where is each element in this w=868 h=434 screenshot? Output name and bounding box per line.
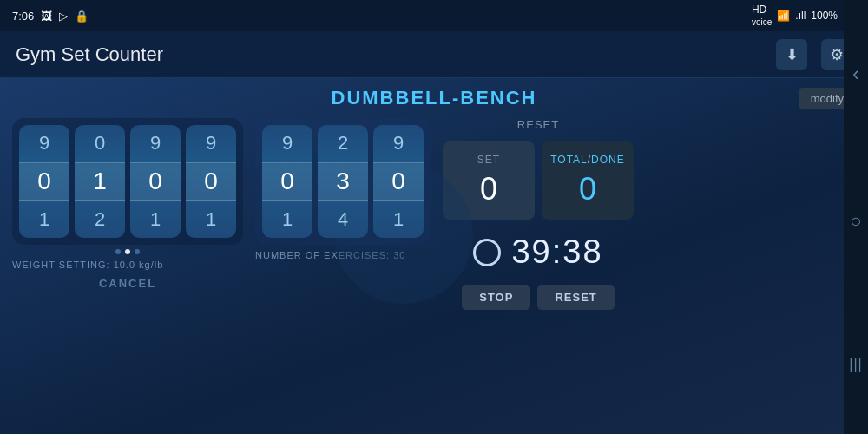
set-label: SET	[477, 154, 500, 166]
e1-mid: 0	[280, 169, 294, 194]
w4-top: 9	[206, 134, 216, 153]
wifi-icon: 📶	[777, 10, 790, 22]
timer-buttons: STOP RESET	[443, 285, 634, 310]
gallery-icon: 🖼	[41, 10, 52, 23]
set-counter-box: SET 0	[443, 141, 535, 220]
status-bar: 7:06 🖼 ▷ 🔒 HDvoice 📶 .ıll 100% 🔋	[0, 0, 868, 31]
battery-text: 100%	[811, 10, 838, 22]
status-right: HDvoice 📶 .ıll 100% 🔋	[752, 3, 856, 28]
weight-col-3[interactable]: 9 0 1	[130, 125, 181, 238]
e2-bot: 4	[338, 210, 348, 229]
main-content: DUMBBELL-BENCH modify 9 0 1 0 1 2 9 0	[0, 78, 868, 434]
timer-circle-icon	[473, 239, 501, 266]
total-counter-box: TOTAL/DONE 0	[542, 141, 634, 220]
home-button[interactable]: ○	[850, 210, 861, 233]
w4-bot: 1	[206, 210, 216, 229]
side-nav: ‹ ○ |||	[844, 0, 868, 434]
e2-top: 2	[338, 134, 348, 153]
lock-icon: 🔒	[75, 10, 89, 23]
weight-col-1[interactable]: 9 0 1	[19, 125, 69, 238]
w2-bot: 2	[95, 210, 105, 229]
e3-top: 9	[393, 134, 404, 153]
timer-display: 39:38	[511, 233, 602, 271]
weight-picker-container[interactable]: 9 0 1 0 1 2 9 0 1 9 0 1	[12, 118, 243, 245]
ex-col-1[interactable]: 9 0 1	[262, 125, 312, 238]
right-panel: RESET SET 0 TOTAL/DONE 0 39:38 STOP RESE…	[443, 118, 634, 310]
back-button[interactable]: ‹	[852, 62, 859, 86]
w3-bot: 1	[150, 210, 161, 229]
e2-mid: 3	[336, 169, 350, 194]
weight-dot-indicator	[12, 249, 243, 254]
ex-col-2[interactable]: 2 3 4	[318, 125, 368, 238]
total-label: TOTAL/DONE	[550, 154, 625, 166]
timer-reset-button[interactable]: RESET	[537, 285, 614, 310]
counters-row: SET 0 TOTAL/DONE 0	[443, 141, 634, 220]
exercise-row: DUMBBELL-BENCH modify	[12, 87, 856, 109]
status-left: 7:06 🖼 ▷ 🔒	[12, 10, 89, 23]
exercise-name: DUMBBELL-BENCH	[332, 87, 537, 109]
w3-top: 9	[150, 134, 161, 153]
total-value: 0	[579, 171, 596, 207]
status-time: 7:06	[12, 10, 34, 23]
pickers-row: 9 0 1 0 1 2 9 0 1 9 0 1	[12, 118, 856, 425]
download-icon: ⬇	[786, 45, 799, 64]
stop-button[interactable]: STOP	[462, 285, 530, 310]
dot-2	[125, 249, 130, 254]
w4-mid: 0	[204, 169, 218, 194]
download-button[interactable]: ⬇	[776, 39, 807, 70]
set-value: 0	[480, 171, 497, 207]
reset-label: RESET	[443, 118, 634, 131]
dot-1	[115, 249, 121, 254]
e1-top: 9	[282, 134, 293, 153]
exercise-label: NUMBER OF EXERCISES: 30	[255, 250, 431, 260]
settings-icon: ⚙	[830, 45, 844, 64]
weight-col-2[interactable]: 0 1 2	[75, 125, 125, 238]
signal-icon: .ıll	[795, 10, 806, 22]
weight-col-4[interactable]: 9 0 1	[186, 125, 236, 238]
hd-voice: HDvoice	[752, 3, 772, 28]
dot-3	[135, 249, 140, 254]
w2-mid: 1	[93, 169, 107, 194]
weight-label: WEIGHT SETTING: 10.0 kg/lb	[12, 260, 243, 270]
exercise-picker-group: 9 0 1 2 3 4 9 0 1 NUMBER OF EXERCISES: 3…	[255, 118, 431, 260]
menu-button[interactable]: |||	[849, 357, 862, 372]
w1-bot: 1	[39, 210, 49, 229]
e1-bot: 1	[282, 210, 293, 229]
w2-top: 0	[95, 134, 105, 153]
e3-bot: 1	[393, 210, 404, 229]
timer-row: 39:38	[443, 233, 634, 271]
exercise-picker-container[interactable]: 9 0 1 2 3 4 9 0 1	[255, 118, 431, 245]
title-bar: Gym Set Counter ⬇ ⚙	[0, 31, 868, 78]
cast-icon: ▷	[59, 10, 68, 23]
title-icons: ⬇ ⚙	[776, 39, 852, 70]
w3-mid: 0	[148, 169, 162, 194]
w1-mid: 0	[37, 169, 51, 194]
ex-col-3[interactable]: 9 0 1	[373, 125, 424, 238]
app-title: Gym Set Counter	[16, 43, 163, 66]
weight-picker-group: 9 0 1 0 1 2 9 0 1 9 0 1	[12, 118, 243, 290]
cancel-button[interactable]: CANCEL	[12, 277, 243, 290]
w1-top: 9	[39, 134, 49, 153]
e3-mid: 0	[391, 169, 405, 194]
